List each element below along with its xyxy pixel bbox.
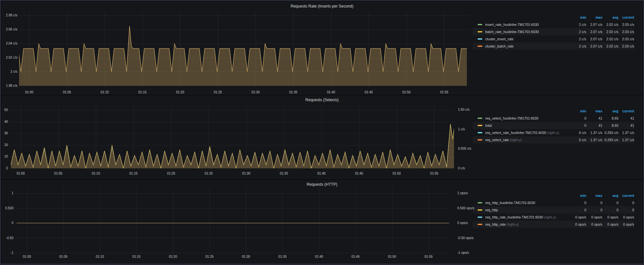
y-axis-tick: -0.50 (0, 236, 13, 240)
legend-swatch[interactable] (478, 217, 482, 218)
legend-value-min: 0 ops/s (571, 214, 586, 221)
x-axis-tick: 01:30 (251, 90, 260, 94)
legend-series-label[interactable]: total (485, 122, 493, 129)
legend-series-name: cluster_batch_rate (485, 44, 513, 48)
legend-value-min: 0 c/s (571, 129, 586, 136)
y-axis-tick: 30 (0, 131, 8, 135)
legend-series-name: req_http_rate (485, 222, 506, 226)
legend-swatch[interactable] (478, 24, 482, 25)
x-axis-tick: 01:30 (242, 172, 250, 176)
legend-row: insert_rate_huolinhe-TM1701:60302 c/s2.0… (473, 21, 634, 28)
legend-value-min: 0 (571, 122, 586, 129)
legend-header-avg[interactable]: avg (603, 14, 618, 21)
legend-swatch[interactable] (478, 125, 482, 126)
chart-canvas[interactable] (19, 11, 469, 86)
x-axis-tick: 01:15 (138, 90, 146, 94)
legend-value-avg: 0 (603, 206, 618, 214)
right-axis-tick: 0 ops/s (457, 221, 468, 225)
legend-series-label[interactable]: req_http_rate_huolinhe-TM1701:6030(right… (485, 214, 556, 221)
legend-series-label[interactable]: batch_rate_huolinhe-TM1701:6030 (485, 28, 540, 35)
legend-value-min: 2 c/s (571, 43, 586, 50)
legend-swatch[interactable] (478, 139, 482, 141)
legend-swatch[interactable] (478, 209, 482, 211)
legend-series-label[interactable]: cluster_insert_rate (485, 35, 514, 43)
legend-series-label[interactable]: req_select_rate_huolinhe-TM1701:6030(rig… (485, 129, 559, 136)
legend-swatch[interactable] (478, 202, 482, 203)
legend-header-current[interactable]: current (618, 14, 634, 21)
legend-value-max: 0 (587, 199, 602, 206)
legend-value-min: 0 (571, 206, 586, 214)
legend-value-current: 0 (618, 206, 634, 214)
x-axis-tick: 01:40 (317, 172, 325, 176)
legend-row: req_http_rate_huolinhe-TM1701:6030(right… (473, 214, 634, 221)
legend-series-name: batch_rate_huolinhe-TM1701:6030 (485, 30, 539, 34)
x-axis-tick: 01:15 (129, 172, 137, 176)
legend-row: cluster_batch_rate2 c/s2.07 c/s2.02 c/s2… (473, 43, 634, 50)
x-axis-tick: 01:10 (92, 172, 100, 176)
legend-right-y-tag: (right-y) (547, 131, 559, 135)
legend-series-label[interactable]: req_select_huolinhe-TM1701:6030 (485, 115, 539, 122)
legend-header-min[interactable]: min (571, 107, 586, 115)
legend-header-current[interactable]: current (618, 107, 634, 115)
series-area (19, 26, 467, 86)
legend-value-max: 2.07 c/s (587, 28, 602, 35)
legend-series-label[interactable]: cluster_batch_rate (485, 43, 514, 50)
right-axis-tick: 1 c/s (458, 127, 465, 131)
legend-right-y-tag: (right-y) (507, 222, 518, 226)
legend-header-min[interactable]: min (571, 192, 586, 199)
chart-canvas[interactable] (10, 106, 454, 168)
legend-value-current: 0 ops/s (618, 214, 634, 221)
right-axis-tick: 1 ops/s (457, 191, 468, 195)
legend-right-y-tag: (right-y) (510, 138, 522, 142)
legend-header-avg[interactable]: avg (603, 107, 618, 115)
legend-header-max[interactable]: max (587, 107, 602, 115)
legend-swatch[interactable] (478, 31, 482, 32)
legend-series-label[interactable]: req_select_rate(right-y) (485, 136, 522, 143)
legend-swatch[interactable] (478, 132, 482, 133)
legend-swatch[interactable] (478, 46, 482, 47)
x-axis-tick: 01:20 (176, 90, 184, 94)
legend-value-avg: 2.02 c/s (603, 21, 618, 28)
legend-table: minmaxavgcurrentreq_select_huolinhe-TM17… (473, 107, 634, 143)
legend-value-max: 41 (587, 115, 602, 122)
x-axis-tick: 01:00 (23, 255, 31, 259)
legend-row: total0418.6541 (473, 122, 634, 129)
panel-requests-http: Requests (HTTP) -1-0.5000.5001-1 ops/s-0… (2, 180, 642, 262)
panel-requests-selects: Requests (Selects) 010203040500 c/s0.500… (2, 96, 642, 179)
x-axis-tick: 01:50 (392, 172, 401, 176)
grafana-dashboard: Requests Rate (Inserts per Second) 1.98 … (1, 1, 643, 263)
panel-title[interactable]: Requests (HTTP) (3, 182, 641, 187)
y-axis-tick: 2 c/s (0, 70, 17, 74)
legend-value-current: 2.03 c/s (618, 21, 634, 28)
chart-canvas[interactable] (15, 187, 451, 254)
x-axis-tick: 01:25 (204, 172, 213, 176)
legend-value-avg: 0.293 c/s (603, 129, 618, 136)
legend-series-label[interactable]: insert_rate_huolinhe-TM1701:6030 (485, 21, 540, 28)
legend-row: req_select_rate(right-y)0 c/s1.37 c/s0.2… (473, 136, 634, 143)
legend-header-min[interactable]: min (571, 14, 586, 21)
y-axis-tick: 50 (0, 108, 8, 112)
legend-swatch[interactable] (478, 38, 482, 40)
right-axis-tick: 1.50 c/s (458, 108, 469, 112)
panel-title[interactable]: Requests (Selects) (3, 98, 641, 102)
legend-series-label[interactable]: req_http (485, 206, 499, 214)
x-axis-tick: 01:05 (63, 90, 71, 94)
x-axis-tick: 01:15 (132, 255, 140, 259)
legend-table: minmaxavgcurrentreq_http_huolinhe-TM1701… (473, 192, 634, 228)
legend-series-label[interactable]: req_http_huolinhe-TM1701:6030 (485, 199, 536, 206)
legend-row: cluster_insert_rate2 c/s2.07 c/s2.02 c/s… (473, 35, 634, 43)
legend-header-max[interactable]: max (587, 14, 602, 21)
legend-series-label[interactable]: req_http_rate(right-y) (485, 221, 519, 228)
right-axis-tick: 0.500 c/s (458, 147, 471, 151)
x-axis-tick: 01:40 (327, 90, 335, 94)
y-axis-tick: 20 (0, 143, 8, 147)
legend-value-max: 0 ops/s (587, 221, 602, 228)
panel-title[interactable]: Requests Rate (Inserts per Second) (3, 4, 641, 9)
legend-value-max: 1.37 c/s (587, 129, 602, 136)
legend-header-current[interactable]: current (618, 192, 634, 199)
right-axis-tick: 0.500 ops/s (457, 206, 474, 210)
legend-header-avg[interactable]: avg (603, 192, 618, 199)
legend-header-max[interactable]: max (587, 192, 602, 199)
legend-swatch[interactable] (478, 118, 482, 119)
legend-swatch[interactable] (478, 224, 482, 225)
